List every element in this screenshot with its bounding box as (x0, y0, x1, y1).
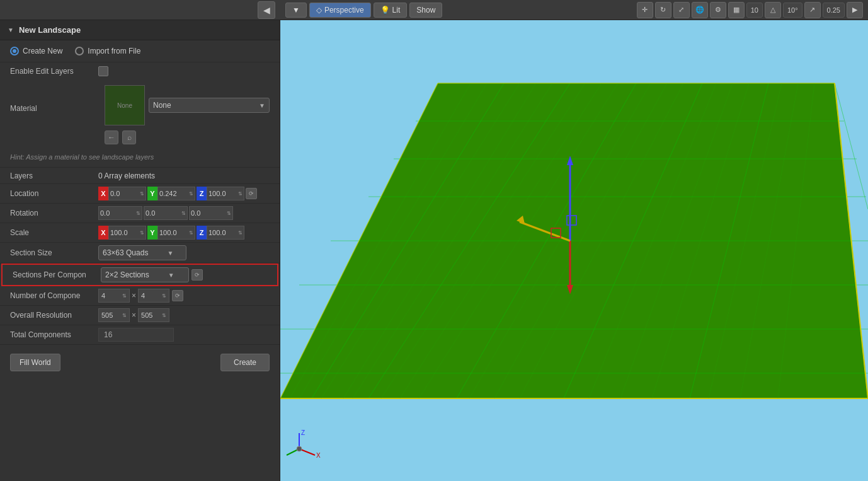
material-back-button[interactable]: ← (105, 130, 118, 144)
import-option[interactable]: Import from File (75, 47, 140, 55)
left-panel: ▼ New Landscape Create New Import from F… (0, 20, 280, 481)
panel-collapse-arrow[interactable]: ▼ (8, 26, 14, 33)
scale-y-field[interactable]: 100.0 ⇅ (157, 226, 195, 240)
enable-edit-layers-row: Enable Edit Layers (0, 62, 280, 80)
scale-icon: ⤢ (678, 6, 684, 14)
rotation-z-spin[interactable]: ⇅ (227, 211, 231, 216)
material-thumb-label: None (117, 102, 132, 109)
perspective-label: Perspective (324, 6, 364, 14)
num-comp-x-field[interactable]: 4 ⇅ (98, 289, 130, 303)
arrow-button[interactable]: ↗ (804, 2, 821, 18)
overall-resolution-row: Overall Resolution 505 ⇅ × 505 ⇅ (0, 306, 280, 325)
num-comp-y-field[interactable]: 4 ⇅ (138, 289, 169, 303)
svg-point-52 (297, 446, 302, 451)
layers-value: 0 Array elements (98, 171, 155, 180)
grid-number-display: 10 (746, 3, 763, 18)
triangle-icon: △ (770, 6, 775, 14)
rotation-x-spin[interactable]: ⇅ (136, 211, 140, 216)
settings-button[interactable]: ⚙ (710, 2, 726, 18)
fill-world-button[interactable]: Fill World (10, 354, 60, 371)
material-dropdown-value: None (153, 101, 171, 110)
material-dropdown-arrow: ▼ (259, 102, 265, 109)
overall-res-label: Overall Resolution (10, 311, 98, 320)
section-size-value: 63×63 Quads (103, 248, 148, 257)
rotation-y-field[interactable]: 0.0 ⇅ (144, 206, 188, 220)
more-button[interactable]: ▶ (847, 2, 863, 18)
overall-res-x-spin[interactable]: ⇅ (122, 313, 127, 318)
scale-y-spin[interactable]: ⇅ (189, 230, 193, 236)
scale-x-spin[interactable]: ⇅ (140, 230, 144, 236)
triangle-button[interactable]: △ (765, 2, 781, 18)
create-new-radio[interactable] (10, 47, 19, 55)
toolbar-center: ▼ ◇ Perspective 💡 Lit Show (280, 3, 637, 18)
grid-number-value: 10 (751, 6, 758, 14)
panel-title: New Landscape (19, 25, 81, 35)
create-new-option[interactable]: Create New (10, 47, 62, 55)
lit-button[interactable]: 💡 Lit (374, 3, 408, 18)
panel-collapse-button[interactable]: ◀ (258, 1, 275, 19)
material-select-area: None ▼ (149, 98, 270, 113)
location-reset-button[interactable]: ⟳ (246, 188, 257, 199)
perspective-icon: ◇ (316, 6, 322, 14)
scale-y-input: Y 100.0 ⇅ (147, 226, 195, 240)
overall-res-y-spin[interactable]: ⇅ (162, 313, 166, 318)
location-x-field[interactable]: 0.0 ⇅ (108, 187, 146, 200)
overall-res-x-field[interactable]: 505 ⇅ (98, 308, 130, 322)
action-buttons-row: Fill World Create (0, 345, 280, 380)
num-comp-x-spin[interactable]: ⇅ (122, 293, 127, 299)
toolbar-right: ✛ ↻ ⤢ 🌐 ⚙ ▦ 10 △ 10° ↗ 0.25 (637, 2, 868, 18)
scale-x-field[interactable]: 100.0 ⇅ (108, 226, 146, 240)
dropdown-button[interactable]: ▼ (285, 3, 307, 18)
svg-text:X: X (316, 452, 321, 459)
sections-per-arrow: ▼ (168, 272, 174, 279)
scale-z-spin[interactable]: ⇅ (238, 230, 243, 236)
grid-button[interactable]: ▦ (728, 2, 745, 18)
globe-icon: 🌐 (695, 6, 704, 14)
location-xyz: X 0.0 ⇅ Y 0.242 ⇅ Z 100.0 (98, 187, 257, 200)
rotation-xyz: 0.0 ⇅ 0.0 ⇅ 0.0 ⇅ (98, 206, 233, 220)
material-dropdown[interactable]: None ▼ (149, 98, 270, 113)
rotate-tool-button[interactable]: ↻ (655, 2, 671, 18)
rotation-z-field[interactable]: 0.0 ⇅ (189, 206, 233, 220)
location-y-spin[interactable]: ⇅ (189, 191, 193, 197)
scale-z-field[interactable]: 100.0 ⇅ (207, 226, 244, 240)
location-z-spin[interactable]: ⇅ (238, 191, 243, 197)
scale-xyz: X 100.0 ⇅ Y 100.0 ⇅ Z 100.0 (98, 226, 244, 240)
globe-button[interactable]: 🌐 (692, 2, 708, 18)
res-times-separator: × (130, 311, 138, 320)
rotation-z-input: 0.0 ⇅ (189, 206, 233, 220)
show-button[interactable]: Show (409, 3, 442, 18)
location-y-input: Y 0.242 ⇅ (147, 187, 195, 200)
y-label: Y (147, 187, 157, 200)
perspective-button[interactable]: ◇ Perspective (309, 3, 371, 18)
sections-per-dropdown[interactable]: 2×2 Sections ▼ (101, 267, 189, 282)
location-x-spin[interactable]: ⇅ (140, 191, 144, 197)
location-z-field[interactable]: 100.0 ⇅ (207, 187, 244, 200)
layers-row: Layers 0 Array elements (0, 168, 280, 184)
overall-res-y-field[interactable]: 505 ⇅ (138, 308, 169, 322)
scale-y-label: Y (147, 226, 157, 240)
rotation-y-spin[interactable]: ⇅ (181, 211, 186, 216)
move-tool-button[interactable]: ✛ (637, 2, 653, 18)
material-search-button[interactable]: ⌕ (122, 130, 136, 144)
create-button[interactable]: Create (220, 354, 270, 371)
back-icon: ← (108, 133, 115, 142)
search-icon: ⌕ (127, 133, 132, 142)
num-comp-reset-button[interactable]: ⟳ (172, 290, 183, 301)
num-comp-y-spin[interactable]: ⇅ (162, 293, 166, 299)
material-row: Material None None ▼ ← (0, 80, 280, 149)
import-radio[interactable] (75, 47, 84, 55)
scale-tool-button[interactable]: ⤢ (673, 2, 690, 18)
material-label: Material (10, 85, 98, 113)
rotation-x-input: 0.0 ⇅ (98, 206, 142, 220)
viewport[interactable]: Z X (280, 20, 868, 481)
location-z-input: Z 100.0 ⇅ (197, 187, 244, 200)
rotation-x-field[interactable]: 0.0 ⇅ (98, 206, 142, 220)
sections-per-reset-button[interactable]: ⟳ (191, 269, 203, 281)
section-size-dropdown[interactable]: 63×63 Quads ▼ (98, 245, 186, 260)
mode-radio-group: Create New Import from File (0, 40, 280, 62)
enable-edit-layers-checkbox[interactable] (98, 66, 108, 76)
location-y-field[interactable]: 0.242 ⇅ (157, 187, 195, 200)
snap-angle-value: 10° (787, 6, 798, 14)
dropdown-arrow-icon: ▼ (292, 6, 300, 14)
